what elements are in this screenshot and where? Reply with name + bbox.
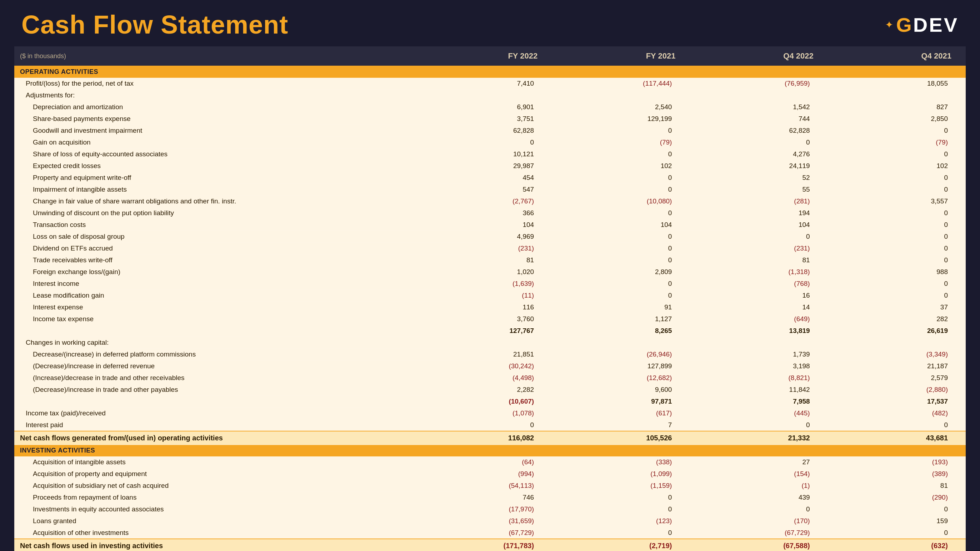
row-fy2021: 104 bbox=[552, 219, 690, 231]
row-q42022: (649) bbox=[690, 313, 827, 325]
table-row: (Increase)/decrease in trade and other r… bbox=[14, 372, 966, 384]
row-fy2021: (1,159) bbox=[552, 480, 690, 492]
row-label: Income tax expense bbox=[14, 313, 414, 325]
row-q42022 bbox=[690, 90, 827, 102]
row-q42022: 0 bbox=[690, 137, 827, 148]
row-q42021: 0 bbox=[828, 419, 966, 432]
row-q42022: 7,958 bbox=[690, 396, 827, 408]
table-row: Acquisition of intangible assets (64) (3… bbox=[14, 456, 966, 468]
row-fy2022: 104 bbox=[414, 219, 552, 231]
row-q42022: (231) bbox=[690, 243, 827, 254]
row-label: Acquisition of intangible assets bbox=[14, 456, 414, 468]
row-fy2021: 0 bbox=[552, 243, 690, 254]
row-q42022: (281) bbox=[690, 195, 827, 207]
row-fy2021: (12,682) bbox=[552, 372, 690, 384]
row-label: Changes in working capital: bbox=[14, 337, 414, 349]
row-fy2022: 29,987 bbox=[414, 160, 552, 172]
row-q42021: 0 bbox=[828, 184, 966, 195]
row-label: Change in fair value of share warrant ob… bbox=[14, 195, 414, 207]
row-q42021: 282 bbox=[828, 313, 966, 325]
row-label: Lease modification gain bbox=[14, 290, 414, 302]
row-fy2021: (26,946) bbox=[552, 349, 690, 360]
row-q42021: 102 bbox=[828, 160, 966, 172]
row-label bbox=[14, 396, 414, 408]
row-label: Loans granted bbox=[14, 515, 414, 527]
row-fy2021: 0 bbox=[552, 290, 690, 302]
row-fy2022: 116,082 bbox=[414, 431, 552, 445]
col-header-fy2021: FY 2021 bbox=[552, 46, 690, 66]
row-fy2022: (64) bbox=[414, 456, 552, 468]
table-row: 127,767 8,265 13,819 26,619 bbox=[14, 325, 966, 337]
row-label: Interest income bbox=[14, 278, 414, 290]
row-q42022: 104 bbox=[690, 219, 827, 231]
row-q42021: (3,349) bbox=[828, 349, 966, 360]
row-fy2021: 8,265 bbox=[552, 325, 690, 337]
row-fy2022: 127,767 bbox=[414, 325, 552, 337]
table-row: (Decrease)/increase in deferred revenue … bbox=[14, 360, 966, 372]
row-q42022: 0 bbox=[690, 503, 827, 515]
row-label: Transaction costs bbox=[14, 219, 414, 231]
row-fy2021: (617) bbox=[552, 408, 690, 419]
row-q42021: 0 bbox=[828, 290, 966, 302]
row-fy2021: 102 bbox=[552, 160, 690, 172]
row-label: Decrease/(increase) in deferred platform… bbox=[14, 349, 414, 360]
row-q42022: (768) bbox=[690, 278, 827, 290]
table-row: Net cash flows used in investing activit… bbox=[14, 539, 966, 551]
table-row: Changes in working capital: bbox=[14, 337, 966, 349]
row-fy2022: 6,901 bbox=[414, 102, 552, 113]
row-fy2021: 0 bbox=[552, 184, 690, 195]
row-q42021: (193) bbox=[828, 456, 966, 468]
row-fy2022: 7,410 bbox=[414, 78, 552, 90]
cash-flow-table: ($ in thousands) FY 2022 FY 2021 Q4 2022… bbox=[14, 46, 966, 551]
header: Cash Flow Statement ✦ GDEV bbox=[0, 0, 980, 46]
table-row: Share-based payments expense 3,751 129,1… bbox=[14, 113, 966, 125]
row-q42021: 0 bbox=[828, 231, 966, 243]
row-fy2021: 0 bbox=[552, 527, 690, 539]
row-q42022: 0 bbox=[690, 419, 827, 432]
row-fy2021: 2,809 bbox=[552, 266, 690, 278]
row-fy2021: 2,540 bbox=[552, 102, 690, 113]
row-fy2022: (171,783) bbox=[414, 539, 552, 551]
row-label: Property and equipment write-off bbox=[14, 172, 414, 184]
row-fy2022: 10,121 bbox=[414, 148, 552, 160]
table-header-row: ($ in thousands) FY 2022 FY 2021 Q4 2022… bbox=[14, 46, 966, 66]
row-q42021: 2,579 bbox=[828, 372, 966, 384]
page: Cash Flow Statement ✦ GDEV ($ in thousan… bbox=[0, 0, 980, 551]
logo-rest: DEV bbox=[913, 14, 959, 36]
row-label: Interest expense bbox=[14, 302, 414, 313]
row-q42021: 0 bbox=[828, 148, 966, 160]
row-q42021: (79) bbox=[828, 137, 966, 148]
row-fy2022: 3,760 bbox=[414, 313, 552, 325]
row-label: Adjustments for: bbox=[14, 90, 414, 102]
row-fy2021: 0 bbox=[552, 231, 690, 243]
row-fy2021: 127,899 bbox=[552, 360, 690, 372]
row-q42021: (482) bbox=[828, 408, 966, 419]
table-row: Investing activities bbox=[14, 445, 966, 456]
page-title: Cash Flow Statement bbox=[21, 10, 288, 39]
row-fy2022: 454 bbox=[414, 172, 552, 184]
row-label: Net cash flows used in investing activit… bbox=[14, 539, 414, 551]
table-row: Change in fair value of share warrant ob… bbox=[14, 195, 966, 207]
table-row: Income tax (paid)/received (1,078) (617)… bbox=[14, 408, 966, 419]
row-fy2021: 0 bbox=[552, 492, 690, 503]
row-fy2021: 0 bbox=[552, 503, 690, 515]
table-row: Foreign exchange loss/(gain) 1,020 2,809… bbox=[14, 266, 966, 278]
logo-star-icon: ✦ bbox=[885, 19, 893, 31]
row-label: Net cash flows generated from/(used in) … bbox=[14, 431, 414, 445]
row-fy2022: 81 bbox=[414, 254, 552, 266]
row-q42021: (632) bbox=[828, 539, 966, 551]
row-q42021: 0 bbox=[828, 254, 966, 266]
row-q42022: 4,276 bbox=[690, 148, 827, 160]
row-q42022: 744 bbox=[690, 113, 827, 125]
row-label: Trade receivables write-off bbox=[14, 254, 414, 266]
row-fy2021: (10,080) bbox=[552, 195, 690, 207]
row-fy2022: 0 bbox=[414, 137, 552, 148]
row-q42022: (1) bbox=[690, 480, 827, 492]
row-fy2022: (231) bbox=[414, 243, 552, 254]
table-row: Share of loss of equity-accounted associ… bbox=[14, 148, 966, 160]
table-row: Depreciation and amortization 6,901 2,54… bbox=[14, 102, 966, 113]
row-fy2021: (117,444) bbox=[552, 78, 690, 90]
table-row: Acquisition of property and equipment (9… bbox=[14, 468, 966, 480]
row-q42021: (2,880) bbox=[828, 384, 966, 396]
row-q42021: 0 bbox=[828, 278, 966, 290]
